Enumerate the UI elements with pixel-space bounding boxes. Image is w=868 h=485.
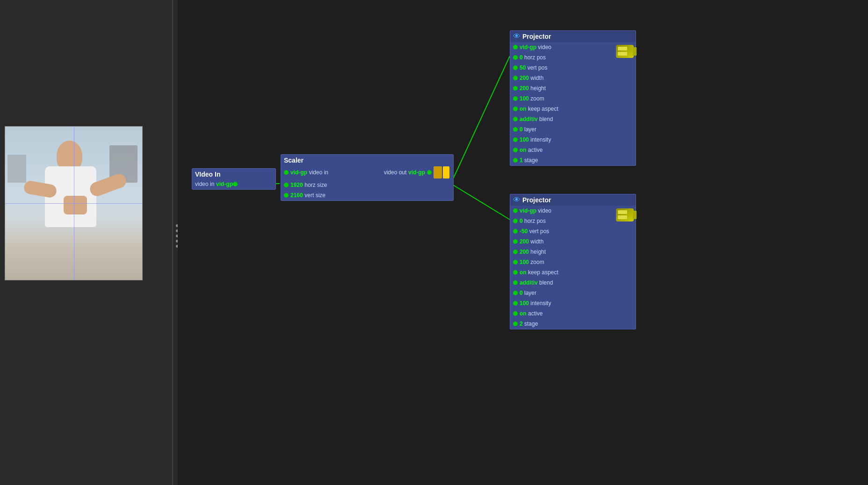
projector1-dot-9 <box>513 137 518 142</box>
projector1-label-3: width <box>529 75 543 81</box>
svg-line-1 <box>451 56 510 184</box>
projector1-dot-6 <box>513 107 518 111</box>
projector2-value-7: additiv <box>520 279 538 286</box>
projector1-row-2: 50 vert pos <box>510 63 636 73</box>
projector2-row-3: 200 width <box>510 236 636 247</box>
projector1-dot-2 <box>513 65 518 70</box>
projector1-rows: vid-gp video0 horz pos50 vert pos200 wid… <box>510 42 636 165</box>
node-scaler[interactable]: Scaler vid-gp video in video out vid-gp … <box>281 154 454 201</box>
video-in-port-value: vid-gp <box>216 181 233 187</box>
projector1-dot-4 <box>513 86 518 91</box>
projector2-label-0: video <box>536 207 551 214</box>
node-scaler-row-horz: 1920 horz size <box>281 180 453 190</box>
scaler-vert-dot <box>284 193 289 198</box>
projector2-rows: vid-gp video0 horz pos-50 vert pos200 wi… <box>510 206 636 329</box>
scaler-input-dot <box>284 170 289 175</box>
projector1-row-4: 200 height <box>510 83 636 93</box>
projector2-row-9: 100 intensity <box>510 298 636 308</box>
projector2-dot-7 <box>513 280 518 285</box>
node-video-in-title: VIdeo In <box>192 169 275 179</box>
projector2-label-3: width <box>529 238 543 245</box>
projector1-value-1: 0 <box>520 54 523 61</box>
projector2-value-1: 0 <box>520 218 523 224</box>
scaler-output-dot <box>427 170 432 175</box>
projector1-eye-icon: 👁 <box>513 32 521 41</box>
projector1-value-2: 50 <box>520 64 526 71</box>
projector1-value-9: 100 <box>520 136 529 143</box>
projector2-dot-11 <box>513 321 518 326</box>
node-projector1[interactable]: 👁 Projector vid-gp video0 horz pos50 ver… <box>510 30 636 166</box>
node-scaler-row-video: vid-gp video in video out vid-gp <box>281 165 453 180</box>
node-scaler-row-vert: 2160 vert size <box>281 190 453 200</box>
projector2-value-4: 200 <box>520 249 529 255</box>
projector2-label-7: blend <box>538 279 553 286</box>
projector2-label-2: vert pos <box>528 228 549 235</box>
projector2-dot-10 <box>513 311 518 316</box>
projector1-icon <box>616 45 634 58</box>
projector2-dot-8 <box>513 291 518 295</box>
projector1-value-3: 200 <box>520 75 529 81</box>
node-projector2-header: 👁 Projector <box>510 194 636 206</box>
projector1-row-11: 1 stage <box>510 155 636 165</box>
scaler-horz-value: 1920 <box>290 182 303 188</box>
node-projector2-title: Projector <box>522 196 551 204</box>
projector2-row-11: 2 stage <box>510 319 636 329</box>
scaler-in-label: video in <box>309 169 328 176</box>
projector1-row-8: 0 layer <box>510 124 636 135</box>
projector2-row-2: -50 vert pos <box>510 226 636 236</box>
projector2-dot-5 <box>513 260 518 264</box>
projector1-label-5: zoom <box>529 95 544 102</box>
projector1-row-6: on keep aspect <box>510 104 636 114</box>
scaler-out-label: video out <box>384 169 407 176</box>
projector2-dot-6 <box>513 270 518 275</box>
projector1-label-8: layer <box>523 126 536 133</box>
video-in-label: video in <box>195 181 214 187</box>
projector2-dot-4 <box>513 250 518 254</box>
canvas-area: VIdeo In video in vid-gp Scaler vid-gp v… <box>178 0 868 485</box>
projector1-dot-3 <box>513 76 518 80</box>
projector1-label-11: stage <box>523 157 538 164</box>
projector2-label-4: height <box>529 249 546 255</box>
projector1-dot-1 <box>513 55 518 60</box>
projector1-label-7: blend <box>538 116 553 122</box>
projector2-dot-3 <box>513 239 518 244</box>
projector1-label-10: active <box>527 147 543 153</box>
projector1-dot-11 <box>513 158 518 163</box>
projector1-label-2: vert pos <box>526 64 547 71</box>
projector2-dot-9 <box>513 301 518 306</box>
node-video-in[interactable]: VIdeo In video in vid-gp <box>192 168 276 190</box>
projector2-icon <box>616 208 634 221</box>
projector2-label-9: intensity <box>529 300 551 307</box>
scaler-vert-label: vert size <box>304 192 326 199</box>
projector2-value-6: on <box>520 269 527 276</box>
scaler-horz-dot <box>284 183 289 187</box>
projector1-dot-0 <box>513 45 518 50</box>
projector1-row-5: 100 zoom <box>510 93 636 104</box>
projector2-value-3: 200 <box>520 238 529 245</box>
scaler-in-value: vid-gp <box>290 169 307 176</box>
projector1-dot-8 <box>513 127 518 132</box>
projector2-row-7: additiv blend <box>510 278 636 288</box>
projector1-label-9: intensity <box>529 136 551 143</box>
scaler-horz-label: horz size <box>304 182 327 188</box>
projector1-row-10: on active <box>510 145 636 155</box>
projector1-dot-5 <box>513 96 518 101</box>
projector1-value-5: 100 <box>520 95 529 102</box>
projector2-label-5: zoom <box>529 259 544 265</box>
node-projector1-header: 👁 Projector <box>510 31 636 42</box>
node-video-in-row: video in vid-gp <box>192 179 275 189</box>
node-projector2[interactable]: 👁 Projector vid-gp video0 horz pos-50 ve… <box>510 194 636 329</box>
projector2-eye-icon: 👁 <box>513 196 521 204</box>
projector1-row-9: 100 intensity <box>510 135 636 145</box>
projector2-label-6: keep aspect <box>527 269 558 276</box>
projector1-label-0: video <box>536 44 551 50</box>
projector1-value-7: additiv <box>520 116 538 122</box>
projector1-label-1: horz pos <box>523 54 546 61</box>
left-panel <box>0 0 173 485</box>
projector2-dot-1 <box>513 219 518 223</box>
projector2-row-4: 200 height <box>510 247 636 257</box>
projector1-dot-7 <box>513 117 518 121</box>
projector2-value-11: 2 <box>520 321 523 327</box>
projector2-label-1: horz pos <box>523 218 546 224</box>
scaler-vert-value: 2160 <box>290 192 303 199</box>
